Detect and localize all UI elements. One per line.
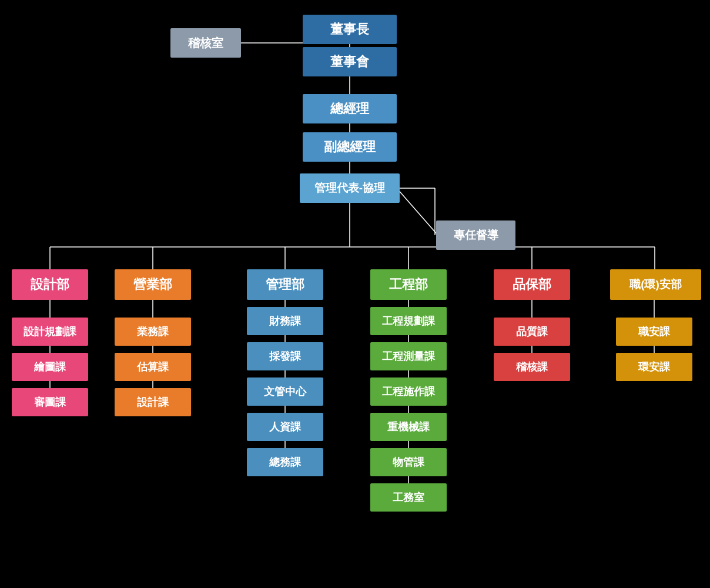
mgr-rep-box: 管理代表-協理: [300, 173, 400, 203]
supervisor-box: 專任督導: [436, 220, 515, 250]
mgmt-dept-box: 管理部: [247, 269, 323, 300]
asset-mgmt-box: 物管課: [370, 448, 447, 476]
eng-survey-box: 工程測量課: [370, 342, 447, 370]
audit-course-box: 稽核課: [494, 353, 570, 381]
qa-dept-box: 品保部: [494, 269, 570, 300]
eng-dept-box: 工程部: [370, 269, 447, 300]
vgm-box: 副總經理: [303, 132, 397, 162]
heavy-mech-box: 重機械課: [370, 413, 447, 441]
svg-line-5: [397, 188, 438, 235]
biz-box: 業務課: [115, 318, 191, 346]
estimate-box: 估算課: [115, 353, 191, 381]
admin-box: 總務課: [247, 448, 323, 476]
env-course-box: 環安課: [616, 353, 692, 381]
design-dept-box: 設計部: [12, 269, 88, 300]
design-course-box: 設計課: [115, 388, 191, 416]
safety-dept-box: 職(環)安部: [610, 269, 701, 300]
drawing-box: 繪圖課: [12, 353, 88, 381]
org-chart: 董事長 董事會 稽核室 總經理 副總經理 管理代表-協理 專任督導 設計部 營業…: [0, 0, 710, 588]
board-box: 董事會: [303, 47, 397, 76]
sales-dept-box: 營業部: [115, 269, 191, 300]
eng-office-box: 工務室: [370, 483, 447, 512]
chairman-box: 董事長: [303, 15, 397, 44]
review-box: 審圖課: [12, 388, 88, 416]
connector-lines: [0, 0, 710, 588]
eng-exec-box: 工程施作課: [370, 377, 447, 406]
gm-box: 總經理: [303, 94, 397, 123]
audit-room-box: 稽核室: [170, 28, 241, 58]
safety-course-box: 職安課: [616, 318, 692, 346]
doc-center-box: 文管中心: [247, 377, 323, 406]
quality-box: 品質課: [494, 318, 570, 346]
procurement-box: 採發課: [247, 342, 323, 370]
design-plan-box: 設計規劃課: [12, 318, 88, 346]
eng-plan-box: 工程規劃課: [370, 307, 447, 335]
finance-box: 財務課: [247, 307, 323, 335]
hr-box: 人資課: [247, 413, 323, 441]
